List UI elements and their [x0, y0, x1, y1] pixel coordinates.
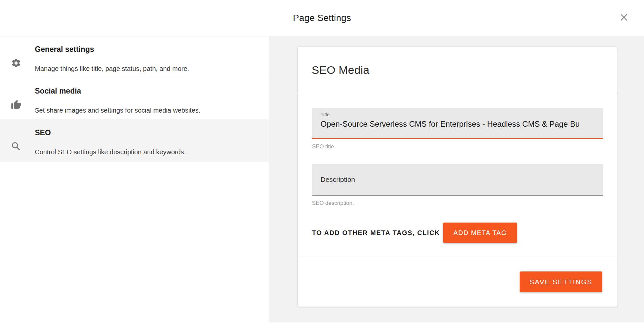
sidebar-item-title: General settings	[35, 45, 94, 54]
seo-media-card: SEO Media Title SEO title. Description S…	[298, 47, 617, 307]
close-button[interactable]	[618, 12, 630, 24]
sidebar-item-title: SEO	[35, 128, 51, 137]
settings-sidebar: General settings Manage things like titl…	[0, 36, 269, 322]
seo-description-placeholder: Description	[321, 176, 355, 183]
search-icon	[11, 141, 22, 152]
gear-icon	[11, 57, 22, 69]
sidebar-item-description: Control SEO settings like description an…	[35, 148, 186, 156]
modal-body: General settings Manage things like titl…	[0, 36, 644, 322]
seo-title-input[interactable]	[321, 119, 594, 129]
card-footer: SAVE SETTINGS	[298, 257, 617, 307]
section-title: SEO Media	[312, 64, 370, 76]
sidebar-item-general-settings[interactable]: General settings Manage things like titl…	[0, 36, 269, 78]
seo-title-helper: SEO title.	[312, 143, 603, 150]
close-icon	[619, 12, 629, 23]
card-header: SEO Media	[298, 47, 617, 93]
thumb-up-icon	[11, 99, 22, 110]
page-title: Page Settings	[293, 13, 351, 23]
modal-header: Page Settings	[0, 0, 644, 36]
meta-tag-row: TO ADD OTHER META TAGS, CLICK ADD META T…	[312, 223, 603, 243]
add-meta-tag-button[interactable]: ADD META TAG	[443, 223, 517, 243]
sidebar-item-description: Manage things like title, page status, p…	[35, 65, 189, 73]
seo-title-field[interactable]: Title	[312, 108, 603, 139]
seo-description-helper: SEO description.	[312, 200, 603, 206]
save-settings-button[interactable]: SAVE SETTINGS	[520, 271, 602, 292]
sidebar-item-title: Social media	[35, 87, 81, 95]
sidebar-item-description: Set share images and settings for social…	[35, 106, 201, 115]
sidebar-item-seo[interactable]: SEO Control SEO settings like descriptio…	[0, 120, 269, 162]
seo-description-field[interactable]: Description	[312, 164, 603, 196]
card-body: Title SEO title. Description SEO descrip…	[298, 93, 617, 257]
meta-tag-prompt: TO ADD OTHER META TAGS, CLICK	[312, 229, 440, 237]
content-panel: SEO Media Title SEO title. Description S…	[269, 36, 644, 322]
seo-title-label: Title	[321, 112, 594, 117]
sidebar-item-social-media[interactable]: Social media Set share images and settin…	[0, 78, 269, 120]
